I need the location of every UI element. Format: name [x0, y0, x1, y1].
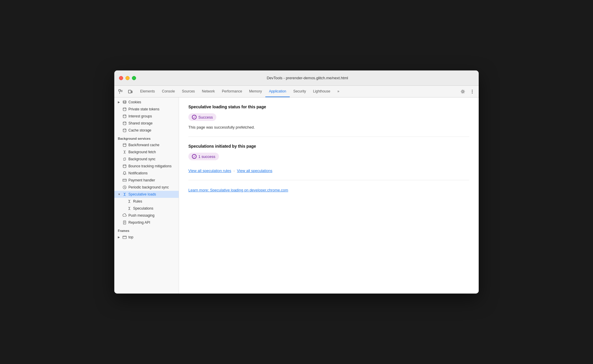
tab-elements[interactable]: Elements [137, 86, 158, 97]
svg-point-12 [123, 144, 126, 145]
sidebar-item-push-messaging[interactable]: Push messaging [114, 212, 179, 219]
speculative-loads-label: Speculative loads [128, 192, 156, 196]
svg-point-7 [123, 101, 126, 102]
svg-point-5 [472, 91, 473, 92]
main-content: ▶ Cookies Private state tokens [114, 97, 479, 294]
tab-sources[interactable]: Sources [178, 86, 198, 97]
sidebar-item-background-fetch[interactable]: Background fetch [114, 149, 179, 156]
success-badge-text: Success [198, 115, 213, 119]
view-all-speculations-link[interactable]: View all speculations [237, 168, 272, 173]
background-sync-label: Background sync [128, 157, 155, 161]
payment-handler-label: Payment handler [128, 178, 155, 182]
card-icon [123, 178, 127, 182]
window-title: DevTools - prerender-demos.glitch.me/nex… [141, 76, 474, 80]
inspect-icon[interactable] [117, 87, 125, 96]
reporting-api-label: Reporting API [128, 220, 150, 225]
minimize-button[interactable] [125, 76, 130, 80]
notifications-label: Notifications [128, 171, 148, 175]
cache-storage-label: Cache storage [128, 128, 151, 132]
arrows-icon4 [127, 206, 131, 210]
speculations-title: Speculations initiated by this page [188, 144, 469, 149]
sidebar-item-notifications[interactable]: Notifications [114, 170, 179, 177]
success-badge: ✓ Success [188, 113, 216, 121]
svg-point-4 [472, 90, 473, 90]
tab-security[interactable]: Security [290, 86, 309, 97]
link-separator: · [234, 168, 235, 173]
tab-performance[interactable]: Performance [218, 86, 246, 97]
sidebar-item-cache-storage[interactable]: Cache storage [114, 127, 179, 134]
shared-storage-label: Shared storage [128, 121, 153, 125]
toolbar-actions [459, 87, 476, 96]
tab-memory[interactable]: Memory [246, 86, 265, 97]
status-title: Speculative loading status for this page [188, 105, 469, 109]
back-forward-cache-label: Back/forward cache [128, 143, 159, 147]
sync-icon [123, 157, 127, 161]
check-circle-icon2: ✓ [192, 154, 197, 159]
sidebar-item-top[interactable]: ▶ top [114, 234, 179, 241]
sidebar-item-reporting-api[interactable]: Reporting API [114, 219, 179, 226]
tab-more[interactable]: » [334, 86, 343, 97]
close-button[interactable] [119, 76, 123, 80]
frame-icon [123, 235, 127, 239]
learn-more-link[interactable]: Learn more: Speculative loading on devel… [188, 188, 288, 192]
content-panel: Speculative loading status for this page… [179, 97, 479, 294]
sidebar-item-cookies[interactable]: ▶ Cookies [114, 99, 179, 106]
top-label: top [128, 235, 133, 239]
sidebar-item-speculative-loads[interactable]: ▼ Speculative loads [114, 191, 179, 198]
sidebar: ▶ Cookies Private state tokens [114, 97, 179, 294]
learn-more-section: Learn more: Speculative loading on devel… [188, 187, 469, 200]
tab-console[interactable]: Console [158, 86, 178, 97]
push-messaging-label: Push messaging [128, 213, 155, 218]
toolbar: Elements Console Sources Network Perform… [114, 86, 479, 97]
arrows-icon3 [127, 199, 131, 203]
cylinder-icon2 [123, 114, 127, 118]
tab-lighthouse[interactable]: Lighthouse [309, 86, 334, 97]
more-icon[interactable] [468, 87, 476, 96]
cylinder-icon [123, 107, 127, 111]
svg-rect-14 [123, 179, 126, 181]
arrows-icon2 [123, 192, 127, 196]
sidebar-item-shared-storage[interactable]: Shared storage [114, 120, 179, 127]
svg-point-3 [462, 91, 464, 92]
rules-label: Rules [133, 199, 142, 203]
speculative-loads-arrow: ▼ [118, 193, 121, 196]
toolbar-tabs: Elements Console Sources Network Perform… [137, 86, 459, 97]
settings-icon[interactable] [459, 87, 467, 96]
view-all-speculation-rules-link[interactable]: View all speculation rules [188, 168, 231, 173]
svg-rect-2 [131, 91, 132, 93]
svg-point-6 [472, 92, 473, 93]
traffic-lights [119, 76, 136, 80]
sidebar-item-rules[interactable]: Rules [114, 198, 179, 205]
speculations-section: Speculations initiated by this page ✓ 1 … [188, 144, 469, 180]
sidebar-item-back-forward-cache[interactable]: Back/forward cache [114, 141, 179, 149]
background-fetch-label: Background fetch [128, 150, 156, 154]
sidebar-item-interest-groups[interactable]: Interest groups [114, 113, 179, 120]
arrows-icon [123, 150, 127, 154]
sidebar-item-periodic-background-sync[interactable]: Periodic background sync [114, 184, 179, 191]
svg-point-10 [123, 122, 126, 123]
maximize-button[interactable] [132, 76, 136, 80]
one-success-badge: ✓ 1 success [188, 153, 219, 160]
svg-rect-17 [123, 236, 126, 239]
title-bar: DevTools - prerender-demos.glitch.me/nex… [114, 70, 479, 86]
one-success-text: 1 success [198, 154, 215, 159]
cylinder-icon3 [123, 121, 127, 125]
cylinder-icon4 [123, 128, 127, 132]
device-icon[interactable] [126, 87, 134, 96]
sidebar-item-bounce-tracking[interactable]: Bounce tracking mitigations [114, 163, 179, 170]
cookies-arrow: ▶ [118, 101, 121, 104]
sidebar-item-payment-handler[interactable]: Payment handler [114, 177, 179, 184]
clock-icon [123, 185, 127, 189]
sidebar-item-private-state-tokens[interactable]: Private state tokens [114, 106, 179, 113]
svg-rect-0 [119, 90, 120, 91]
status-description: This page was successfully prefetched. [188, 125, 469, 129]
svg-point-11 [123, 129, 126, 130]
svg-point-13 [123, 165, 126, 166]
sidebar-item-background-sync[interactable]: Background sync [114, 156, 179, 163]
top-arrow: ▶ [118, 236, 121, 239]
cloud-icon [123, 213, 127, 218]
sidebar-item-speculations[interactable]: Speculations [114, 205, 179, 212]
bounce-tracking-label: Bounce tracking mitigations [128, 164, 172, 168]
tab-application[interactable]: Application [265, 86, 290, 97]
tab-network[interactable]: Network [198, 86, 218, 97]
